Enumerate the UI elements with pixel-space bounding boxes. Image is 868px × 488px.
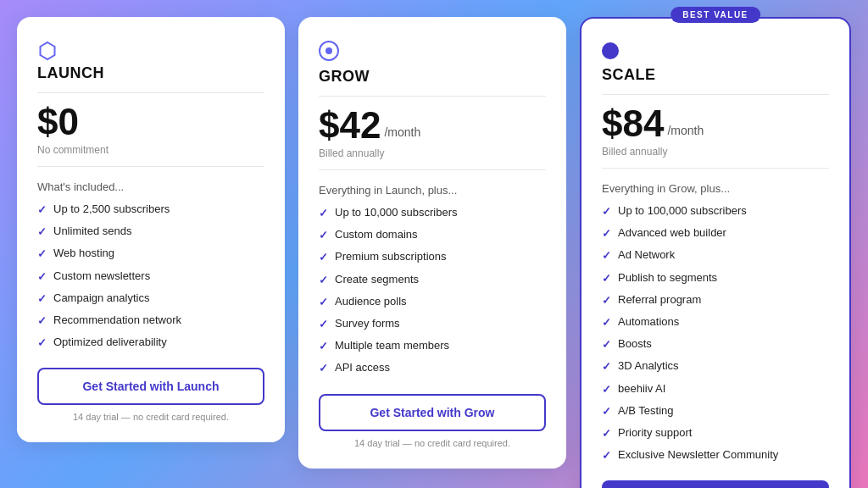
check-icon: ✓ [602,226,611,241]
best-value-badge: BEST VALUE [670,7,760,23]
feature-text: Up to 100,000 subscribers [618,203,747,219]
feature-text: Create segments [335,272,419,287]
feature-text: A/B Testing [618,403,674,419]
feature-item: ✓ Custom domains [319,227,546,243]
dot-icon [602,42,619,59]
check-icon: ✓ [602,337,611,352]
check-icon: ✓ [602,271,611,286]
feature-text: Unlimited sends [53,224,132,239]
check-icon: ✓ [319,228,328,243]
svg-marker-0 [41,42,55,59]
features-header: Everything in Launch, plus... [319,184,546,197]
feature-text: Survey forms [335,316,400,331]
price-row: $84 /month [602,105,829,142]
feature-text: Publish to segments [618,270,717,286]
feature-item: ✓ Referral program [602,292,829,308]
feature-item: ✓ Web hosting [37,246,264,262]
check-icon: ✓ [602,293,611,308]
divider [37,166,264,167]
feature-list: ✓ Up to 2,500 subscribers ✓ Unlimited se… [37,202,264,351]
feature-item: ✓ Up to 2,500 subscribers [37,202,264,218]
price-amount: $84 [602,105,664,142]
check-icon: ✓ [602,315,611,330]
feature-item: ✓ Recommendation network [37,313,264,329]
check-icon: ✓ [319,317,328,332]
feature-text: Automations [618,314,679,330]
feature-text: Audience polls [335,294,407,309]
hexagon-icon [37,41,58,61]
feature-item: ✓ Premium subscriptions [319,249,546,265]
divider [37,92,264,93]
feature-text: Exclusive Newsletter Community [618,447,778,463]
feature-text: beehiiv AI [618,381,665,396]
feature-item: ✓ Advanced web builder [602,225,829,241]
divider [319,96,546,97]
feature-item: ✓ Survey forms [319,316,546,332]
check-icon: ✓ [37,225,47,240]
feature-text: Ad Network [618,247,675,263]
feature-text: Boosts [618,336,652,352]
check-icon: ✓ [602,248,611,263]
check-icon: ✓ [319,250,328,265]
feature-item: ✓ Campaign analytics [37,291,264,307]
feature-text: Multiple team members [335,338,449,353]
cta-button-scale[interactable]: Get Started with Scale [602,480,829,488]
check-icon: ✓ [37,291,47,307]
check-icon: ✓ [602,382,611,397]
price-note: Billed annually [319,147,546,159]
check-icon: ✓ [602,404,611,419]
features-header: What's included... [37,180,264,193]
plan-name: LAUNCH [37,64,264,82]
price-row: $0 [37,103,264,141]
price-note: Billed annually [602,146,829,158]
pricing-container: LAUNCH $0 No commitment What's included.… [17,17,851,488]
price-amount: $0 [37,103,79,141]
features-header: Everything in Grow, plus... [602,182,829,195]
price-amount: $42 [319,107,381,144]
feature-item: ✓ Up to 10,000 subscribers [319,205,546,221]
price-row: $42 /month [319,107,546,144]
feature-item: ✓ Custom newsletters [37,269,264,285]
feature-item: ✓ A/B Testing [602,403,829,419]
check-icon: ✓ [602,204,611,219]
feature-item: ✓ Create segments [319,272,546,288]
feature-text: Custom domains [335,227,418,242]
check-icon: ✓ [37,313,47,329]
divider [602,168,829,169]
feature-item: ✓ Priority support [602,425,829,441]
check-icon: ✓ [319,273,328,288]
plan-name: GROW [319,68,546,86]
feature-item: ✓ Audience polls [319,294,546,310]
feature-item: ✓ beehiiv AI [602,381,829,397]
price-note: No commitment [37,144,264,156]
plan-card-launch: LAUNCH $0 No commitment What's included.… [17,17,285,442]
feature-text: Custom newsletters [53,269,150,284]
check-icon: ✓ [602,426,611,441]
feature-text: Web hosting [53,246,114,261]
check-icon: ✓ [319,361,328,376]
feature-item: ✓ Automations [602,314,829,330]
feature-text: Advanced web builder [618,225,726,241]
feature-item: ✓ 3D Analytics [602,358,829,374]
circle-outline-icon [319,41,339,61]
check-icon: ✓ [37,247,47,262]
plan-card-scale: BEST VALUE SCALE $84 /month Billed annua… [580,17,851,488]
feature-item: ✓ Boosts [602,336,829,352]
check-icon: ✓ [319,339,328,354]
feature-text: Up to 2,500 subscribers [53,202,170,217]
check-icon: ✓ [319,206,328,221]
divider [319,169,546,170]
feature-text: Optimized deliverability [53,335,167,350]
cta-button-launch[interactable]: Get Started with Launch [37,368,264,405]
price-period: /month [384,125,420,139]
feature-text: Up to 10,000 subscribers [335,205,458,220]
feature-item: ✓ Publish to segments [602,270,829,286]
cta-button-grow[interactable]: Get Started with Grow [319,394,546,431]
feature-text: Referral program [618,292,701,308]
feature-item: ✓ API access [319,360,546,376]
feature-text: Recommendation network [53,313,181,328]
check-icon: ✓ [37,269,47,285]
feature-text: Premium subscriptions [335,249,447,264]
feature-text: Priority support [618,425,692,441]
feature-list: ✓ Up to 100,000 subscribers ✓ Advanced w… [602,203,829,463]
